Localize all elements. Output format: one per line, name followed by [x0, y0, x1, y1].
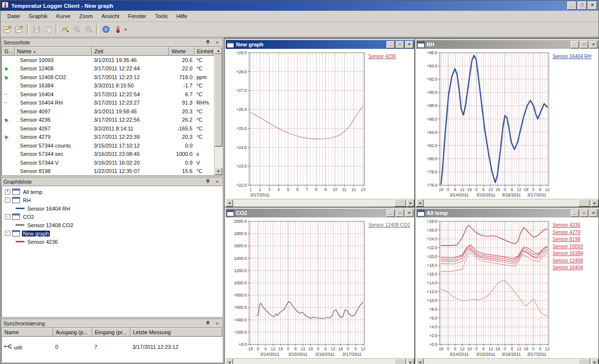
legend-link[interactable]: Sensor 10093 — [553, 244, 597, 250]
minimize-button[interactable]: _ — [567, 1, 577, 10]
child-titlebar[interactable]: New graph _ □ × — [226, 40, 414, 49]
table-row[interactable]: .Sensor 42363/17/2011 12:22:5626.2°C — [2, 116, 214, 125]
table-row[interactable]: .Sensor 57344 sec3/16/2011 23:08:451000.… — [2, 150, 214, 159]
legend-link[interactable]: Sensor 12408 CO2 — [368, 222, 413, 229]
scroll-right-icon[interactable]: ► — [407, 359, 414, 364]
expand-icon[interactable]: + — [5, 189, 10, 194]
column-header-eingangpr[interactable]: Eingang (pr... — [92, 328, 130, 337]
column-header-name[interactable]: Name▲ — [15, 47, 92, 56]
scroll-right-icon[interactable]: ► — [591, 359, 599, 364]
maximize-button[interactable]: □ — [580, 41, 588, 48]
new-graph-icon[interactable] — [2, 24, 13, 35]
window-co2[interactable]: CO2 _ □ × 2000.01800.01600.01400.01200.0… — [225, 208, 415, 364]
h-scrollbar[interactable]: ◄ ► — [226, 358, 414, 364]
chart-plot-area[interactable]: +96.0+94.0+92.0+90.0+88.0+86.0+84.0+82.0… — [417, 50, 552, 198]
thermometer-icon[interactable] — [112, 24, 123, 35]
scroll-thumb[interactable] — [394, 359, 406, 364]
column-header-einheit[interactable]: Einheit — [194, 47, 214, 56]
zoom-in-icon[interactable] — [71, 24, 83, 35]
tree-item[interactable]: Sensor 16404 RH — [3, 204, 221, 213]
table-row[interactable]: .Sensor 57344 counts3/15/2011 17:10:120.… — [2, 141, 214, 150]
collapse-icon[interactable]: - — [5, 197, 10, 203]
table-row[interactable]: .Sensor 81981/22/2011 12:35:0715.6°C — [2, 167, 214, 176]
collapse-icon[interactable]: - — [5, 231, 10, 236]
scroll-right-icon[interactable]: ► — [591, 199, 599, 207]
child-titlebar[interactable]: All temp _ □ × — [416, 209, 599, 217]
minimize-button[interactable]: _ — [571, 41, 579, 48]
table-row[interactable]: .Sensor 40973/1/2011 19:58:4520.3°C — [2, 107, 214, 116]
tree-item[interactable]: Sensor 4236 — [3, 237, 221, 246]
tree-label[interactable]: RH — [22, 197, 32, 203]
menu-item-fenster[interactable]: Fenster — [124, 12, 150, 20]
scroll-left-icon[interactable]: ◄ — [226, 359, 233, 364]
h-scrollbar[interactable]: ◄ ► — [226, 199, 414, 207]
pin-icon[interactable] — [204, 178, 212, 185]
tree-label[interactable]: CO2 — [22, 214, 35, 220]
scroll-left-icon[interactable]: ◄ — [416, 359, 424, 364]
scroll-left-icon[interactable]: ◄ — [226, 199, 233, 207]
table-row[interactable]: .Sensor 42673/2/2011 8:14:11-165.5°C — [2, 124, 214, 133]
scroll-thumb[interactable] — [214, 54, 222, 147]
legend-link[interactable]: Sensor 4236 — [553, 222, 597, 229]
table-row[interactable]: .Sensor 124083/17/2011 12:22:4422.0°C — [2, 64, 214, 73]
open-graph-icon[interactable] — [14, 24, 25, 35]
add-curve-icon[interactable] — [60, 24, 71, 35]
scroll-thumb[interactable] — [394, 199, 406, 207]
scroll-thumb[interactable] — [578, 199, 590, 207]
legend-link[interactable]: Sensor 16384 — [553, 251, 597, 257]
maximize-button[interactable]: □ — [578, 1, 587, 10]
window-new-graph[interactable]: New graph _ □ × +29.0+28.0+27.0+26.0+25.… — [225, 39, 415, 208]
scroll-thumb[interactable] — [578, 359, 590, 364]
scroll-left-icon[interactable]: ◄ — [416, 199, 424, 207]
save-icon[interactable] — [31, 24, 42, 35]
maximize-button[interactable]: □ — [396, 41, 404, 48]
column-header-name[interactable]: Name — [2, 328, 53, 337]
close-button[interactable]: × — [405, 41, 413, 48]
table-row[interactable]: .Sensor 163843/3/2011 8:15:50-1.7°C — [2, 82, 214, 90]
tree-item[interactable]: +All temp — [3, 188, 221, 196]
menu-item-datei[interactable]: Datei — [3, 12, 24, 20]
table-row[interactable]: ~.Sensor 16404 RH3/17/2011 12:23:2791.3R… — [2, 99, 214, 107]
table-row[interactable]: ~.Sensor 164043/17/2011 12:22:546.7°C — [2, 90, 214, 99]
web-help-icon[interactable] — [100, 24, 111, 35]
column-header-g[interactable]: G... — [2, 47, 15, 56]
tree-label[interactable]: Sensor 4236 — [26, 239, 59, 245]
tree-label[interactable]: New graph — [22, 231, 50, 236]
h-scrollbar[interactable]: ◄ ► — [416, 358, 599, 364]
close-button[interactable]: × — [588, 1, 597, 10]
menu-item-ansicht[interactable]: Ansicht — [98, 12, 123, 20]
column-header-zeit[interactable]: Zeit — [92, 47, 169, 56]
scroll-down-icon[interactable]: ▼ — [214, 168, 222, 175]
toolbar-overflow-icon[interactable]: ▾ — [125, 27, 127, 32]
legend-link[interactable]: Sensor 4279 — [553, 230, 597, 236]
maximize-button[interactable]: □ — [580, 210, 588, 217]
legend-link[interactable]: Sensor 8198 — [553, 236, 597, 243]
menu-item-kurve[interactable]: Kurve — [52, 12, 74, 20]
legend-link[interactable]: Sensor 12408 — [553, 258, 597, 264]
table-row[interactable]: .Sensor 100933/1/2011 19:35:4620.6°C — [2, 56, 214, 64]
tree-item[interactable]: -New graph — [3, 229, 221, 237]
tree-label[interactable]: All temp — [22, 189, 43, 195]
collapse-icon[interactable]: - — [5, 214, 10, 219]
scroll-up-icon[interactable]: ▲ — [214, 47, 222, 54]
minimize-button[interactable]: _ — [386, 210, 395, 217]
scroll-right-icon[interactable]: ► — [407, 199, 414, 207]
app-titlebar[interactable]: Temperatur Logger Client - New graph _ □… — [0, 0, 599, 11]
h-scrollbar[interactable]: ◄ ► — [416, 199, 599, 207]
table-row[interactable]: .Sensor 12408 CO23/17/2011 12:23:12718.0… — [2, 73, 214, 82]
close-button[interactable]: × — [589, 210, 598, 217]
copy-icon[interactable] — [43, 24, 54, 35]
window-all-temp[interactable]: All temp _ □ × +28.0+26.0+24.0+22.0+20.0… — [415, 208, 599, 364]
minimize-button[interactable]: _ — [571, 210, 579, 217]
menu-item-hilfe[interactable]: Hilfe — [172, 12, 191, 20]
sensorliste-scrollbar[interactable]: ▲ ▼ — [214, 47, 222, 175]
close-button[interactable]: × — [589, 41, 598, 48]
zoom-out-icon[interactable] — [83, 24, 94, 35]
tree-item[interactable]: Sensor 12408 CO2 — [3, 221, 221, 229]
close-icon[interactable]: × — [214, 39, 221, 45]
legend-link[interactable]: Sensor 16404 — [553, 265, 597, 271]
menu-item-tools[interactable]: Tools — [151, 12, 171, 20]
column-header-letztemessung[interactable]: Letzte Messung — [130, 328, 222, 337]
minimize-button[interactable]: _ — [386, 41, 395, 48]
menu-item-graphik[interactable]: Graphik — [25, 12, 52, 20]
